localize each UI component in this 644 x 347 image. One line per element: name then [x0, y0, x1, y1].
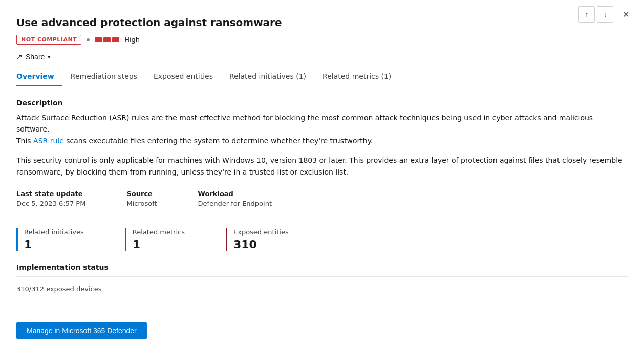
- meta-last-state: Last state update Dec 5, 2023 6:57 PM: [16, 190, 85, 207]
- metadata-grid: Last state update Dec 5, 2023 6:57 PM So…: [16, 190, 628, 207]
- status-row: NOT COMPLIANT High: [16, 35, 628, 45]
- meta-source: Source Microsoft: [126, 190, 157, 207]
- stat-initiatives-value: 1: [24, 238, 84, 251]
- implementation-status-value: 310/312 exposed devices: [16, 285, 628, 293]
- description-paragraph-1: Attack Surface Reduction (ASR) rules are…: [16, 112, 628, 146]
- description-paragraph-2: This security control is only applicable…: [16, 155, 628, 178]
- last-state-value: Dec 5, 2023 6:57 PM: [16, 200, 85, 207]
- workload-label: Workload: [198, 190, 272, 198]
- last-state-label: Last state update: [16, 190, 85, 198]
- close-button[interactable]: ✕: [617, 6, 634, 23]
- stat-exposed-label: Exposed entities: [233, 228, 289, 236]
- overview-content: Description Attack Surface Reduction (AS…: [16, 99, 628, 293]
- implementation-status-heading: Implementation status: [16, 263, 628, 271]
- asr-rule-link[interactable]: ASR rule: [33, 137, 64, 145]
- severity-label: High: [124, 36, 140, 44]
- stats-row: Related initiatives 1 Related metrics 1 …: [16, 220, 628, 251]
- tab-exposed-entities[interactable]: Exposed entities: [145, 67, 221, 86]
- meta-workload: Workload Defender for Endpoint: [198, 190, 272, 207]
- stat-metrics-label: Related metrics: [133, 228, 185, 236]
- share-icon: ↗: [16, 53, 23, 61]
- stat-related-metrics: Related metrics 1: [125, 228, 209, 251]
- severity-bar-1: [95, 37, 102, 42]
- tab-remediation[interactable]: Remediation steps: [62, 67, 145, 86]
- close-icon: ✕: [622, 10, 629, 19]
- dot-separator: [87, 38, 90, 41]
- manage-button[interactable]: Manage in Microsoft 365 Defender: [16, 322, 147, 339]
- stat-initiatives-label: Related initiatives: [24, 228, 84, 236]
- up-arrow-icon: ↑: [585, 10, 589, 18]
- workload-value: Defender for Endpoint: [198, 200, 272, 207]
- tab-related-initiatives[interactable]: Related initiatives (1): [221, 67, 314, 86]
- stat-exposed-entities: Exposed entities 310: [226, 228, 313, 251]
- status-badge: NOT COMPLIANT: [16, 35, 81, 45]
- severity-bar-2: [103, 37, 111, 42]
- tab-overview[interactable]: Overview: [16, 67, 62, 86]
- chevron-down-icon: ▾: [48, 54, 51, 60]
- source-label: Source: [126, 190, 157, 198]
- bottom-action-bar: Manage in Microsoft 365 Defender: [0, 314, 644, 347]
- tab-related-metrics[interactable]: Related metrics (1): [314, 67, 399, 86]
- stat-exposed-value: 310: [233, 238, 289, 251]
- page-title: Use advanced protection against ransomwa…: [16, 16, 628, 29]
- nav-up-button[interactable]: ↑: [578, 6, 595, 23]
- tabs-container: Overview Remediation steps Exposed entit…: [16, 67, 628, 86]
- source-value: Microsoft: [126, 200, 157, 207]
- top-controls: ↑ ↓ ✕: [578, 6, 634, 23]
- down-arrow-icon: ↓: [604, 10, 607, 18]
- share-button[interactable]: ↗ Share ▾: [16, 51, 51, 63]
- detail-panel: ↑ ↓ ✕ Use advanced protection against ra…: [0, 0, 644, 313]
- stat-metrics-value: 1: [133, 238, 185, 251]
- share-label: Share: [26, 53, 45, 61]
- stat-related-initiatives: Related initiatives 1: [16, 228, 109, 251]
- severity-bar-3: [112, 37, 119, 42]
- implementation-status-section: Implementation status 310/312 exposed de…: [16, 263, 628, 293]
- nav-down-button[interactable]: ↓: [597, 6, 613, 23]
- impl-divider: [16, 276, 628, 277]
- description-heading: Description: [16, 99, 628, 107]
- severity-bars: [95, 37, 119, 42]
